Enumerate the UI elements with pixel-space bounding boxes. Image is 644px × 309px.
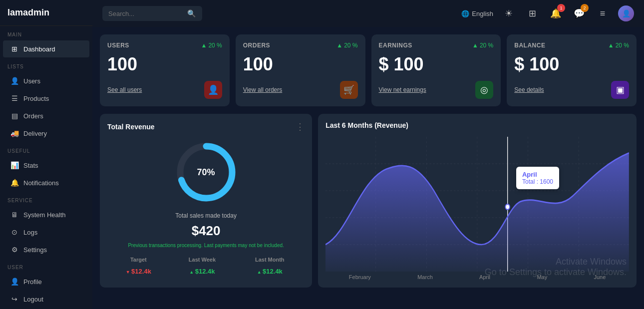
sidebar-item-label: Profile (23, 278, 42, 286)
stat-title-balance: BALANCE (514, 42, 545, 49)
sidebar-item-label: Notifications (23, 179, 59, 187)
search-input[interactable] (108, 10, 183, 17)
panel-title-chart: Last 6 Months (Revenue) (325, 121, 408, 129)
donut-chart: 70% (174, 140, 239, 205)
logs-icon: ⊙ (10, 228, 18, 236)
notifications-button[interactable]: 🔔 1 (548, 5, 564, 21)
sidebar-item-label: Orders (23, 112, 43, 120)
dashboard-icon: ⊞ (10, 45, 18, 53)
header-right: 🌐 English ☀ ⊞ 🔔 1 💬 2 ≡ 👤 (461, 5, 634, 21)
stat-icon-balance: ▣ (611, 81, 629, 99)
sidebar-section-service: SERVICE 🖥 System Health ⊙ Logs ⚙ Setting… (0, 192, 92, 259)
stats-icon: 📊 (10, 161, 18, 169)
sidebar-item-systemhealth[interactable]: 🖥 System Health (3, 206, 89, 223)
profile-icon: 👤 (10, 278, 18, 286)
panel-title-revenue: Total Revenue (107, 123, 155, 131)
orders-icon: ▤ (10, 112, 18, 120)
sidebar-item-logs[interactable]: ⊙ Logs (3, 224, 89, 241)
panel-header-chart: Last 6 Months (Revenue) (325, 121, 629, 129)
app-logo: lamadmin (0, 7, 92, 26)
avatar-icon: 👤 (622, 9, 631, 17)
arrow-up-icon (189, 268, 195, 275)
messages-badge: 2 (581, 4, 589, 12)
sidebar: lamadmin MAIN ⊞ Dashboard LISTS 👤 Users … (0, 0, 92, 309)
header: 🔍 🌐 English ☀ ⊞ 🔔 1 💬 2 ≡ (92, 0, 644, 27)
stat-card-orders: ORDERS ▲ 20 % 100 View all orders 🛒 (236, 34, 365, 106)
main-content: 🔍 🌐 English ☀ ⊞ 🔔 1 💬 2 ≡ (92, 0, 644, 309)
sidebar-item-dashboard[interactable]: ⊞ Dashboard (3, 40, 89, 57)
stat-footer-orders: View all orders 🛒 (243, 81, 358, 99)
notifications-icon: 🔔 (10, 179, 18, 187)
systemhealth-icon: 🖥 (10, 211, 18, 219)
chart-x-labels: February March April May June (325, 272, 629, 280)
menu-button[interactable]: ≡ (595, 5, 611, 21)
stat-card-header: USERS ▲ 20 % (107, 42, 222, 49)
arrow-up-icon-2 (257, 268, 263, 275)
stat-icon-orders: 🛒 (340, 81, 358, 99)
sales-label: Total sales made today (107, 212, 305, 219)
sidebar-item-profile[interactable]: 👤 Profile (3, 273, 89, 290)
sidebar-item-products[interactable]: ☰ Products (3, 90, 89, 107)
line-chart-container: April Total : 1600 (325, 137, 629, 272)
sidebar-item-label: Stats (23, 162, 38, 169)
sidebar-item-label: Settings (23, 246, 47, 254)
grid-button[interactable]: ⊞ (524, 5, 540, 21)
sidebar-item-orders[interactable]: ▤ Orders (3, 107, 89, 124)
revenue-chart-panel: Last 6 Months (Revenue) (318, 114, 637, 288)
stat-change-orders: ▲ 20 % (336, 42, 357, 49)
sidebar-item-settings[interactable]: ⚙ Settings (3, 241, 89, 258)
user-avatar[interactable]: 👤 (618, 5, 634, 21)
stat-value-orders: 100 (243, 54, 358, 75)
sidebar-item-stats[interactable]: 📊 Stats (3, 157, 89, 174)
bottom-panels: Total Revenue ⋮ 70% Total sales m (100, 114, 637, 288)
stat-cards: USERS ▲ 20 % 100 See all users 👤 ORDERS … (100, 34, 637, 106)
brightness-button[interactable]: ☀ (501, 5, 517, 21)
delivery-icon: 🚚 (10, 129, 18, 137)
table-header-target: Target (107, 254, 170, 265)
stat-footer-balance: See details ▣ (514, 81, 629, 99)
sales-amount: $420 (107, 223, 305, 239)
stat-link-orders[interactable]: View all orders (243, 86, 282, 93)
line-chart-svg (325, 137, 629, 272)
stat-card-header: EARNINGS ▲ 20 % (379, 42, 494, 49)
language-selector[interactable]: 🌐 English (461, 10, 493, 17)
stat-title-orders: ORDERS (243, 42, 270, 49)
dashboard-content: USERS ▲ 20 % 100 See all users 👤 ORDERS … (92, 27, 644, 309)
notifications-badge: 1 (557, 4, 565, 12)
sidebar-item-label: Dashboard (23, 45, 55, 53)
table-header-lastmonth: Last Month (235, 254, 305, 265)
table-value-lastweek: $12.4k (170, 265, 235, 278)
products-icon: ☰ (10, 94, 18, 102)
donut-percent-label: 70% (197, 167, 215, 178)
stat-link-earnings[interactable]: View net earnings (379, 86, 426, 93)
sidebar-item-label: Products (23, 95, 49, 102)
logout-icon: ↪ (10, 295, 18, 303)
stat-card-users: USERS ▲ 20 % 100 See all users 👤 (100, 34, 230, 106)
settings-icon: ⚙ (10, 246, 18, 254)
sidebar-item-delivery[interactable]: 🚚 Delivery (3, 125, 89, 142)
sales-note: Previous transactions processing. Last p… (107, 243, 305, 248)
messages-button[interactable]: 💬 2 (571, 5, 587, 21)
table-value-lastmonth: $12.4k (235, 265, 305, 278)
sidebar-section-main: MAIN ⊞ Dashboard (0, 26, 92, 58)
menu-icon: ≡ (600, 8, 606, 19)
brightness-icon: ☀ (505, 8, 513, 19)
stat-link-balance[interactable]: See details (514, 86, 544, 93)
stat-value-earnings: $ 100 (379, 54, 494, 75)
search-bar[interactable]: 🔍 (102, 6, 202, 21)
sidebar-item-label: Delivery (23, 130, 47, 137)
language-label: English (472, 10, 493, 17)
label-april: April (479, 274, 490, 280)
sidebar-item-logout[interactable]: ↪ Logout (3, 291, 89, 308)
revenue-stats-table: Target Last Week Last Month $12.4k $12.4… (107, 254, 305, 278)
panel-header-revenue: Total Revenue ⋮ (107, 121, 305, 132)
chart-tooltip: April Total : 1600 (516, 167, 559, 189)
stat-change-users: ▲ 20 % (201, 42, 222, 49)
panel-menu-icon[interactable]: ⋮ (296, 121, 305, 132)
stat-card-earnings: EARNINGS ▲ 20 % $ 100 View net earnings … (371, 34, 501, 106)
sidebar-item-notifications[interactable]: 🔔 Notifications (3, 174, 89, 191)
label-march: March (417, 274, 433, 280)
sidebar-item-users[interactable]: 👤 Users (3, 72, 89, 89)
tooltip-value: Total : 1600 (522, 178, 553, 185)
stat-link-users[interactable]: See all users (107, 86, 142, 93)
